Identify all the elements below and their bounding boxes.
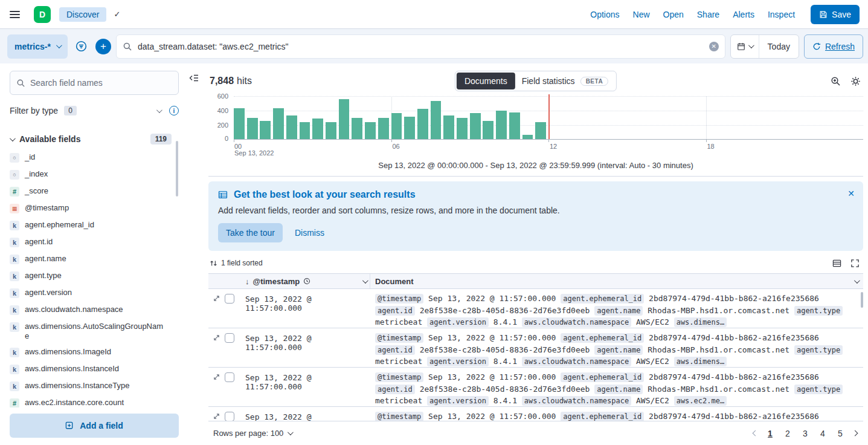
- histogram-bar[interactable]: [522, 135, 533, 139]
- field-item-_index[interactable]: ○_index: [10, 166, 179, 183]
- histogram-bar[interactable]: [286, 115, 297, 139]
- histogram-bar[interactable]: [234, 108, 245, 139]
- expand-document-icon[interactable]: [213, 334, 220, 342]
- row-checkbox[interactable]: [225, 333, 234, 343]
- sort-fields-button[interactable]: 1 field sorted: [210, 259, 263, 267]
- histogram-bar[interactable]: [535, 122, 546, 139]
- save-button[interactable]: Save: [811, 5, 860, 24]
- page-button-5[interactable]: 5: [834, 426, 846, 441]
- saved-query-menu-icon[interactable]: [72, 34, 91, 59]
- previous-page-icon[interactable]: [752, 431, 759, 435]
- filter-by-type-button[interactable]: Filter by type 0: [10, 99, 161, 123]
- histogram-bar[interactable]: [496, 111, 507, 139]
- grid-scrollbar[interactable]: [861, 292, 863, 308]
- histogram-bar[interactable]: [339, 99, 350, 139]
- field-value: Rhodas-MBP.hsd1.or.comcast.net: [648, 385, 789, 394]
- content: Filter by type 0 i Available fields 119 …: [0, 63, 868, 445]
- date-picker-button[interactable]: [731, 35, 759, 58]
- field-item-aws.cloudwatch.namespace[interactable]: kaws.cloudwatch.namespace: [10, 302, 179, 319]
- field-item-agent.ephemeral_id[interactable]: kagent.ephemeral_id: [10, 217, 179, 234]
- fullscreen-icon[interactable]: [850, 259, 860, 268]
- expand-document-icon[interactable]: [213, 294, 220, 302]
- histogram-bar[interactable]: [404, 117, 415, 139]
- nav-link-alerts[interactable]: Alerts: [733, 10, 754, 19]
- histogram-bar[interactable]: [431, 101, 442, 139]
- sort-icon: [210, 259, 217, 267]
- histogram-bar[interactable]: [247, 118, 258, 140]
- tab-field-statistics[interactable]: Field statistics BETA: [515, 73, 615, 89]
- histogram-bar[interactable]: [273, 108, 284, 139]
- histogram-bar[interactable]: [300, 122, 310, 139]
- nav-link-share[interactable]: Share: [697, 10, 719, 19]
- field-item-aws.ec2.instance.core.count[interactable]: #aws.ec2.instance.core.count: [10, 395, 179, 408]
- field-item-agent.name[interactable]: kagent.name: [10, 251, 179, 268]
- next-page-icon[interactable]: [852, 431, 858, 435]
- document-cell: @timestamp Sep 13, 2022 @ 11:57:00.000 a…: [370, 328, 863, 367]
- histogram-bar[interactable]: [417, 109, 428, 139]
- histogram-bar[interactable]: [352, 118, 362, 140]
- field-item-agent.version[interactable]: kagent.version: [10, 285, 179, 302]
- space-avatar[interactable]: D: [34, 6, 51, 23]
- field-item-_id[interactable]: ○_id: [10, 149, 179, 166]
- field-item-@timestamp[interactable]: ▦@timestamp: [10, 200, 179, 217]
- grid-header-document[interactable]: Document: [370, 274, 863, 288]
- clear-query-icon[interactable]: ✕: [709, 42, 719, 51]
- grid-header-timestamp[interactable]: ↓ @timestamp: [242, 274, 370, 288]
- expand-document-icon[interactable]: [213, 373, 220, 381]
- collapse-sidebar-icon[interactable]: [189, 73, 199, 83]
- field-item-_score[interactable]: #_score: [10, 183, 179, 200]
- dismiss-button[interactable]: Dismiss: [295, 228, 324, 238]
- field-value: 2e8f538e-c28b-405d-8836-2d76e3fd0eeb: [420, 385, 590, 394]
- histogram-bar[interactable]: [483, 121, 493, 139]
- histogram-bar[interactable]: [378, 118, 389, 139]
- histogram-bar[interactable]: [457, 118, 468, 140]
- histogram-bar[interactable]: [509, 112, 520, 139]
- info-icon[interactable]: i: [169, 106, 179, 115]
- histogram-bar[interactable]: [391, 113, 402, 139]
- grid-display-icon[interactable]: [832, 259, 841, 268]
- page-button-2[interactable]: 2: [782, 426, 794, 441]
- histogram-bar[interactable]: [365, 122, 376, 139]
- page-button-4[interactable]: 4: [817, 426, 829, 441]
- breadcrumb[interactable]: Discover: [59, 7, 106, 22]
- rows-per-page-button[interactable]: Rows per page: 100: [213, 429, 292, 438]
- menu-icon[interactable]: [0, 0, 29, 29]
- gear-icon[interactable]: [850, 76, 861, 86]
- histogram-bar[interactable]: [312, 119, 323, 139]
- refresh-button[interactable]: Refresh: [804, 34, 863, 59]
- field-chip-truncated: aws.dimens…: [674, 317, 727, 327]
- row-checkbox[interactable]: [225, 372, 234, 382]
- inspect-icon[interactable]: [831, 76, 841, 86]
- date-range-button[interactable]: Today: [759, 35, 799, 58]
- field-item-aws.dimensions.InstanceId[interactable]: kaws.dimensions.InstanceId: [10, 361, 179, 378]
- nav-link-options[interactable]: Options: [590, 10, 619, 19]
- histogram-bar[interactable]: [260, 121, 271, 139]
- available-fields-header[interactable]: Available fields 119: [10, 134, 179, 145]
- row-checkbox[interactable]: [225, 294, 234, 304]
- histogram-bar[interactable]: [326, 122, 336, 139]
- field-item-aws.dimensions.InstanceType[interactable]: kaws.dimensions.InstanceType: [10, 378, 179, 395]
- sidebar-scrollbar[interactable]: [176, 141, 178, 197]
- add-filter-button[interactable]: +: [95, 39, 111, 54]
- page-button-1[interactable]: 1: [764, 426, 776, 441]
- nav-link-inspect[interactable]: Inspect: [768, 10, 795, 19]
- query-input[interactable]: [138, 42, 704, 51]
- keyword-field-icon: k: [10, 288, 19, 298]
- nav-link-open[interactable]: Open: [663, 10, 684, 19]
- field-item-agent.id[interactable]: kagent.id: [10, 234, 179, 251]
- tab-documents[interactable]: Documents: [457, 73, 515, 89]
- field-item-agent.type[interactable]: kagent.type: [10, 268, 179, 285]
- data-view-picker[interactable]: metrics-*: [7, 34, 68, 59]
- field-item-aws.dimensions.ImageId[interactable]: kaws.dimensions.ImageId: [10, 344, 179, 361]
- field-item-aws.dimensions.AutoScalingGroupName[interactable]: kaws.dimensions.AutoScalingGroupName: [10, 319, 179, 344]
- field-search-input[interactable]: [30, 78, 172, 88]
- page-button-3[interactable]: 3: [799, 426, 811, 441]
- expand-document-icon[interactable]: [213, 412, 220, 420]
- add-field-button[interactable]: Add a field: [10, 414, 179, 438]
- histogram-bar[interactable]: [443, 115, 454, 139]
- close-icon[interactable]: ✕: [847, 189, 855, 198]
- histogram-bar[interactable]: [470, 113, 481, 139]
- nav-link-new[interactable]: New: [633, 10, 650, 19]
- take-tour-button[interactable]: Take the tour: [218, 223, 283, 242]
- row-checkbox[interactable]: [225, 412, 234, 421]
